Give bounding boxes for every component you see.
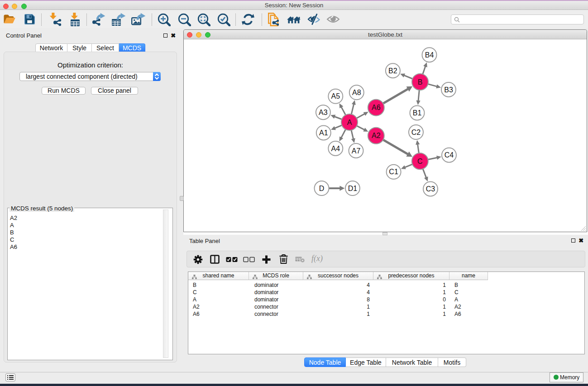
svg-text:A5: A5 bbox=[331, 92, 340, 100]
svg-text:C1: C1 bbox=[389, 168, 398, 176]
svg-text:A1: A1 bbox=[319, 129, 328, 137]
svg-text:B3: B3 bbox=[444, 86, 453, 94]
svg-text:A: A bbox=[347, 119, 352, 126]
svg-text:B4: B4 bbox=[425, 51, 434, 59]
svg-text:A7: A7 bbox=[352, 147, 361, 155]
svg-text:A3: A3 bbox=[319, 109, 328, 116]
svg-text:A4: A4 bbox=[331, 145, 340, 152]
svg-text:C2: C2 bbox=[411, 129, 421, 136]
svg-text:D1: D1 bbox=[348, 185, 358, 192]
svg-text:B2: B2 bbox=[388, 67, 397, 75]
svg-text:A6: A6 bbox=[372, 104, 381, 111]
svg-text:C3: C3 bbox=[426, 185, 435, 193]
svg-text:B1: B1 bbox=[413, 109, 422, 117]
svg-text:A8: A8 bbox=[352, 89, 361, 96]
svg-text:B: B bbox=[418, 78, 423, 86]
svg-text:D: D bbox=[319, 185, 325, 192]
svg-text:C: C bbox=[417, 157, 423, 165]
svg-text:C4: C4 bbox=[445, 151, 454, 159]
svg-text:A2: A2 bbox=[372, 132, 381, 139]
